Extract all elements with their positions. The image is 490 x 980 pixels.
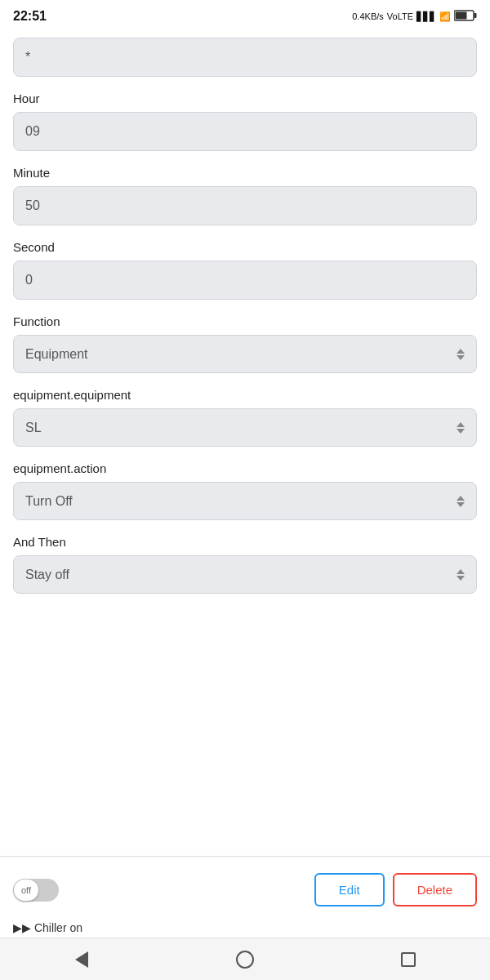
form-content: * Hour Minute Second Function Equipment …	[0, 29, 490, 849]
second-label: Second	[13, 240, 477, 254]
toggle-knob: off	[14, 880, 38, 901]
next-item-preview: ▶▶ Chiller on	[0, 916, 490, 938]
svg-rect-1	[474, 13, 477, 18]
equipment-action-select-wrapper: Turn Off Turn On	[13, 482, 477, 520]
equipment-equipment-select[interactable]: SL AC Light	[14, 409, 476, 446]
back-icon	[75, 951, 88, 968]
and-then-group: And Then Stay off Stay on	[13, 535, 477, 594]
function-select-wrapper: Equipment Scene Schedule	[13, 335, 477, 373]
and-then-label: And Then	[13, 535, 477, 549]
wifi-icon: 📶	[439, 11, 451, 22]
minute-input[interactable]	[13, 186, 477, 225]
minute-label: Minute	[13, 166, 477, 180]
second-group: Second	[13, 240, 477, 300]
bottom-divider	[0, 856, 490, 857]
and-then-select-wrapper: Stay off Stay on	[13, 555, 477, 594]
second-input[interactable]	[13, 261, 477, 300]
edit-button[interactable]: Edit	[314, 873, 385, 906]
equipment-action-group: equipment.action Turn Off Turn On	[13, 461, 477, 520]
equipment-action-label: equipment.action	[13, 461, 477, 475]
top-partial-field: *	[13, 38, 477, 77]
home-icon	[236, 951, 254, 969]
equipment-equipment-group: equipment.equipment SL AC Light	[13, 388, 477, 447]
and-then-select[interactable]: Stay off Stay on	[14, 556, 476, 593]
back-button[interactable]	[61, 939, 102, 980]
function-label: Function	[13, 314, 477, 328]
action-buttons: Edit Delete	[314, 873, 477, 906]
toggle-wrapper[interactable]: off	[13, 879, 59, 902]
hour-label: Hour	[13, 91, 477, 105]
toggle-switch[interactable]: off	[13, 879, 59, 902]
network-type-icon: VoLTE	[387, 11, 413, 21]
status-time: 22:51	[13, 9, 47, 24]
equipment-action-select[interactable]: Turn Off Turn On	[14, 483, 476, 519]
hour-input[interactable]	[13, 112, 477, 151]
recents-button[interactable]	[388, 939, 429, 980]
minute-group: Minute	[13, 166, 477, 225]
equipment-equipment-select-wrapper: SL AC Light	[13, 408, 477, 447]
recents-icon	[401, 952, 416, 967]
nav-bar	[0, 938, 490, 980]
status-bar: 22:51 0.4KB/s VoLTE ▋▋▋ 📶	[0, 0, 490, 29]
delete-button[interactable]: Delete	[393, 873, 477, 906]
function-group: Function Equipment Scene Schedule	[13, 314, 477, 373]
network-speed: 0.4KB/s	[352, 11, 384, 21]
status-icons: 0.4KB/s VoLTE ▋▋▋ 📶	[352, 10, 477, 23]
svg-rect-2	[456, 12, 467, 20]
signal-icon: ▋▋▋	[416, 11, 436, 22]
bottom-bar: off Edit Delete	[0, 863, 490, 916]
equipment-equipment-label: equipment.equipment	[13, 388, 477, 402]
home-button[interactable]	[225, 939, 265, 980]
hour-group: Hour	[13, 91, 477, 151]
function-select[interactable]: Equipment Scene Schedule	[14, 336, 476, 372]
battery-icon	[454, 10, 477, 23]
